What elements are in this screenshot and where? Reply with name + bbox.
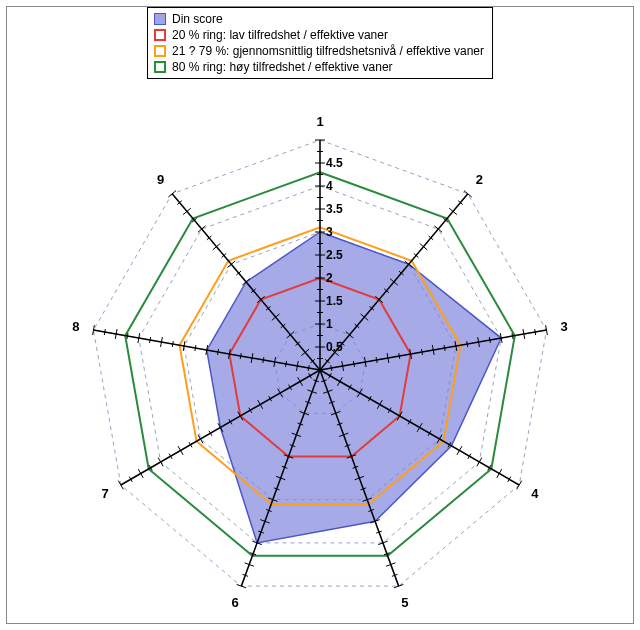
legend: Din score 20 % ring: lav tilfredshet / e…: [147, 7, 493, 79]
chart-border: [6, 6, 634, 624]
radar-chart-container: Din score 20 % ring: lav tilfredshet / e…: [0, 0, 640, 630]
legend-swatch-high: [154, 61, 166, 73]
legend-item-low: 20 % ring: lav tilfredshet / effektive v…: [154, 27, 484, 43]
legend-item-mid: 21 ? 79 %: gjennomsnittlig tilfredshetsn…: [154, 43, 484, 59]
legend-label: Din score: [172, 11, 223, 27]
legend-item-high: 80 % ring: høy tilfredshet / effektive v…: [154, 59, 484, 75]
legend-label: 20 % ring: lav tilfredshet / effektive v…: [172, 27, 388, 43]
legend-label: 80 % ring: høy tilfredshet / effektive v…: [172, 59, 393, 75]
legend-item-din-score: Din score: [154, 11, 484, 27]
legend-swatch-mid: [154, 45, 166, 57]
legend-swatch-din-score: [154, 13, 166, 25]
legend-swatch-low: [154, 29, 166, 41]
legend-label: 21 ? 79 %: gjennomsnittlig tilfredshetsn…: [172, 43, 484, 59]
